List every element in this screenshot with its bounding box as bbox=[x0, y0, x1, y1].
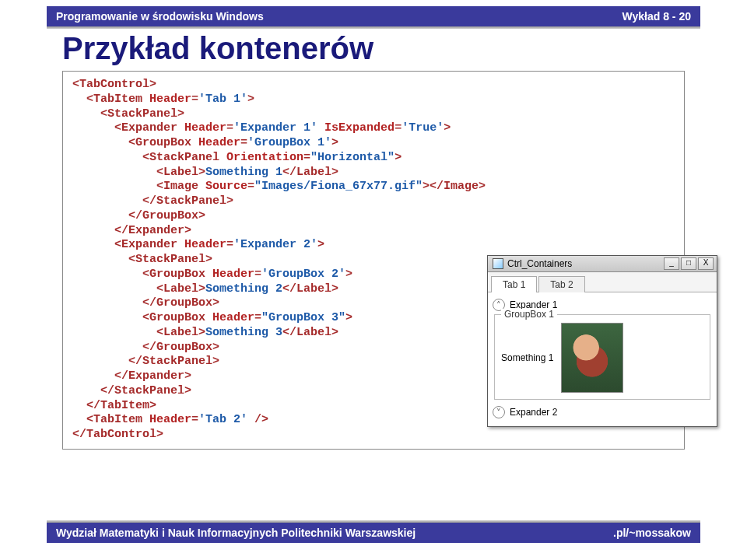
code-line: <GroupBox Header='GroupBox 1'> bbox=[72, 136, 338, 149]
code-line: </Expander> bbox=[72, 224, 191, 237]
code-line: <StackPanel> bbox=[72, 253, 212, 266]
expander-2-header[interactable]: ˅ Expander 2 bbox=[493, 404, 712, 422]
groupbox-1-legend: GroupBox 1 bbox=[501, 309, 557, 320]
slide-footer: Wydział Matematyki i Nauk Informacyjnych… bbox=[47, 523, 700, 543]
fiona-image bbox=[561, 323, 623, 393]
code-line: <StackPanel Orientation="Horizontal"> bbox=[72, 151, 402, 164]
code-line: <TabControl> bbox=[72, 78, 156, 91]
tab-1[interactable]: Tab 1 bbox=[491, 276, 537, 292]
code-line: </TabItem> bbox=[72, 399, 156, 412]
footer-left: Wydział Matematyki i Nauk Informacyjnych… bbox=[56, 527, 416, 539]
slide-header: Programowanie w środowisku Windows Wykła… bbox=[47, 6, 700, 26]
lecture-number: Wykład 8 - 20 bbox=[622, 10, 691, 23]
code-line: </Expander> bbox=[72, 369, 191, 383]
code-line: <TabItem Header='Tab 1'> bbox=[72, 93, 254, 106]
code-line: <Image Source="Images/Fiona_67x77.gif"><… bbox=[72, 180, 486, 193]
code-line: <GroupBox Header="GroupBox 3"> bbox=[72, 311, 352, 324]
chevron-down-icon: ˅ bbox=[493, 406, 505, 418]
code-line: </GroupBox> bbox=[72, 209, 205, 222]
code-line: </GroupBox> bbox=[72, 296, 219, 310]
code-line: <Expander Header='Expander 1' IsExpanded… bbox=[72, 121, 451, 135]
code-line: <Expander Header='Expander 2'> bbox=[72, 238, 324, 251]
close-button[interactable]: X bbox=[698, 257, 714, 270]
expander-2-label: Expander 2 bbox=[510, 407, 557, 418]
code-line: </GroupBox> bbox=[72, 341, 219, 354]
window-title: Ctrl_Containers bbox=[507, 258, 572, 269]
groupbox-1: GroupBox 1 Something 1 bbox=[494, 314, 710, 400]
code-line: <TabItem Header='Tab 2' /> bbox=[72, 413, 268, 426]
tab-strip: Tab 1 Tab 2 bbox=[488, 272, 717, 292]
tab-body: ˄ Expander 1 GroupBox 1 Something 1 ˅ Ex… bbox=[488, 292, 717, 426]
code-line: </TabControl> bbox=[72, 428, 163, 441]
app-icon bbox=[493, 258, 503, 269]
code-line: <Label>Something 2</Label> bbox=[72, 282, 338, 296]
tab-2[interactable]: Tab 2 bbox=[538, 276, 584, 292]
demo-window: Ctrl_Containers _ □ X Tab 1 Tab 2 ˄ Expa… bbox=[487, 255, 717, 427]
code-line: <Label>Something 1</Label> bbox=[72, 166, 338, 179]
code-line: <Label>Something 3</Label> bbox=[72, 326, 338, 339]
footer-right: .pl/~mossakow bbox=[613, 527, 691, 539]
minimize-button[interactable]: _ bbox=[664, 257, 679, 270]
code-line: <StackPanel> bbox=[72, 107, 184, 121]
code-line: </StackPanel> bbox=[72, 194, 233, 208]
course-title: Programowanie w środowisku Windows bbox=[56, 10, 264, 23]
maximize-button[interactable]: □ bbox=[681, 257, 696, 270]
groupbox-1-label: Something 1 bbox=[501, 352, 553, 363]
code-line: <GroupBox Header='GroupBox 2'> bbox=[72, 268, 352, 281]
window-titlebar: Ctrl_Containers _ □ X bbox=[488, 256, 717, 272]
code-line: </StackPanel> bbox=[72, 355, 219, 368]
slide-title: Przykład kontenerów bbox=[62, 31, 747, 66]
code-line: </StackPanel> bbox=[72, 384, 191, 397]
